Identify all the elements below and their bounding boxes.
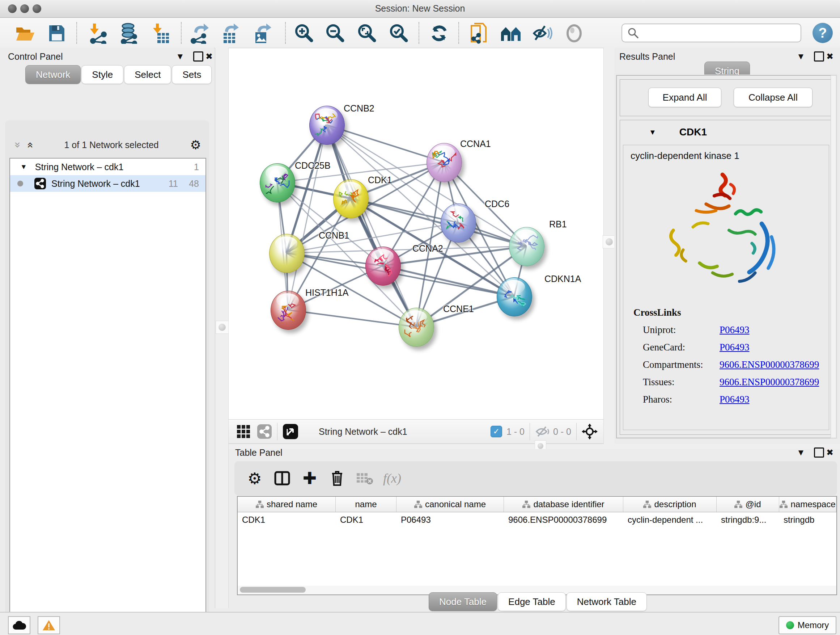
crosslink-link[interactable]: 9606.ENSP00000378699	[720, 359, 819, 370]
table-cell[interactable]: 9606.ENSP00000378699	[504, 512, 623, 528]
results-panel-menu-caret[interactable]: ▼	[797, 52, 805, 61]
collapse-all-button[interactable]: Collapse All	[734, 88, 813, 107]
crosslink-link[interactable]: P06493	[720, 342, 750, 353]
section-collapse-caret[interactable]: ▼	[649, 128, 656, 136]
zoom-in-button[interactable]	[293, 23, 316, 44]
right-splitter-handle[interactable]	[603, 235, 616, 249]
left-splitter[interactable]	[215, 48, 229, 608]
open-session-button[interactable]	[14, 23, 36, 44]
network-overview-button[interactable]	[500, 23, 522, 44]
collapse-all-networks-icon[interactable]: »	[11, 141, 24, 148]
expand-all-networks-icon[interactable]: »	[23, 141, 36, 148]
tab-sets[interactable]: Sets	[172, 65, 212, 84]
left-splitter-handle[interactable]	[216, 321, 229, 334]
tree-expand-caret[interactable]: ▼	[20, 163, 27, 171]
zoom-out-button[interactable]	[324, 23, 347, 44]
network-node-CDC25B[interactable]	[260, 163, 295, 203]
import-table-icon	[151, 23, 171, 44]
column-header-canonical-name[interactable]: canonical name	[396, 497, 504, 512]
annotation-share-button[interactable]	[467, 23, 490, 44]
network-node-CCNB2[interactable]	[309, 106, 345, 145]
column-header-description[interactable]: description	[623, 497, 717, 512]
network-edge[interactable]	[327, 125, 444, 162]
expand-all-button[interactable]: Expand All	[648, 88, 722, 107]
crosslink-link[interactable]: 9606.ENSP00000378699	[720, 377, 819, 387]
column-header-namespace[interactable]: namespace	[779, 497, 836, 512]
tab-node-table[interactable]: Node Table	[429, 592, 497, 611]
network-node-CDK1[interactable]	[333, 179, 369, 218]
results-scrollbar-track[interactable]	[831, 75, 836, 438]
table-cell[interactable]: CDK1	[238, 512, 336, 528]
inspector-eye-button[interactable]	[563, 23, 585, 44]
network-canvas[interactable]: CCNB2CCNA1CDC25BCDK1CDC6RB1CCNB1CCNA2CDK…	[229, 48, 603, 419]
control-panel-float-button[interactable]	[193, 51, 203, 62]
bottom-splitter[interactable]	[229, 444, 840, 449]
results-panel-close-button[interactable]: ✖	[826, 52, 834, 61]
tab-network[interactable]: Network	[25, 65, 81, 84]
warnings-button[interactable]	[38, 616, 60, 634]
hide-show-button[interactable]	[531, 23, 554, 44]
tab-select[interactable]: Select	[124, 65, 171, 84]
table-row[interactable]: CDK1CDK1P064939606.ENSP00000378699cyclin…	[238, 512, 836, 528]
detach-view-icon[interactable]	[283, 424, 298, 440]
refresh-button[interactable]	[428, 23, 450, 44]
network-node-CCNE1[interactable]	[399, 308, 434, 347]
table-options-gear-icon[interactable]: ⚙	[241, 469, 268, 488]
right-splitter[interactable]	[603, 48, 615, 444]
show-columns-icon[interactable]	[268, 470, 296, 486]
search-field[interactable]	[622, 24, 801, 42]
network-edge[interactable]	[288, 310, 416, 327]
table-panel-menu-caret[interactable]: ▼	[797, 448, 805, 457]
control-panel-menu-caret[interactable]: ▼	[176, 52, 185, 61]
export-network-button[interactable]	[188, 23, 210, 44]
crosslink-link[interactable]: P06493	[720, 325, 750, 335]
column-header-name[interactable]: name	[336, 497, 396, 512]
network-node-RB1[interactable]	[509, 227, 545, 266]
import-table-button[interactable]	[149, 23, 172, 44]
delete-column-icon[interactable]	[324, 470, 351, 486]
grid-view-icon[interactable]	[237, 424, 250, 439]
table-hscrollbar-thumb[interactable]	[240, 587, 306, 593]
network-node-CDKN1A[interactable]	[497, 277, 532, 317]
network-node-CCNB1[interactable]	[269, 234, 305, 273]
help-button[interactable]: ?	[813, 23, 833, 43]
add-column-icon[interactable]: ✚	[296, 469, 324, 488]
column-header-shared-name[interactable]: shared name	[238, 497, 336, 512]
import-network-button[interactable]	[87, 23, 109, 44]
table-panel-float-button[interactable]	[814, 448, 824, 458]
save-session-button[interactable]	[46, 23, 68, 44]
network-collection-row[interactable]: ▼ String Network – cdk1 1	[10, 158, 205, 175]
zoom-selected-button[interactable]	[388, 23, 410, 44]
column-header-@id[interactable]: @id	[717, 497, 779, 512]
crosslink-link[interactable]: P06493	[720, 394, 750, 405]
birdseye-crosshair-icon[interactable]	[582, 424, 598, 440]
table-cell[interactable]: CDK1	[336, 512, 396, 528]
table-cell[interactable]: stringdb	[779, 512, 836, 528]
export-image-button[interactable]	[251, 23, 273, 44]
column-header-database-identifier[interactable]: database identifier	[504, 497, 623, 512]
tab-network-table[interactable]: Network Table	[567, 592, 647, 611]
network-node-CCNA1[interactable]	[426, 143, 462, 182]
table-cell[interactable]: stringdb:9...	[717, 512, 779, 528]
tab-edge-table[interactable]: Edge Table	[498, 592, 566, 611]
network-badge-icon[interactable]	[257, 424, 272, 439]
network-node-CDC6[interactable]	[441, 203, 476, 242]
selected-checkbox-icon[interactable]: ✓	[491, 426, 502, 437]
memory-button[interactable]: Memory	[778, 616, 836, 634]
table-panel-close-button[interactable]: ✖	[826, 448, 834, 457]
zoom-fit-button[interactable]	[356, 23, 378, 44]
tab-style[interactable]: Style	[81, 65, 123, 84]
network-node-HIST1H1A[interactable]	[271, 291, 306, 330]
export-table-button[interactable]	[219, 23, 242, 44]
protein-section-header[interactable]: ▼ CDK1	[620, 120, 832, 144]
cloud-status-button[interactable]	[8, 616, 30, 634]
network-row-selected[interactable]: String Network – cdk1 11 48	[10, 175, 205, 192]
control-panel-close-button[interactable]: ✖	[205, 52, 213, 61]
table-cell[interactable]: P06493	[396, 512, 504, 528]
results-panel-float-button[interactable]	[814, 51, 824, 62]
network-node-CCNA2[interactable]	[365, 247, 401, 286]
table-cell[interactable]: cyclin-dependent ...	[623, 512, 717, 528]
search-input[interactable]	[639, 27, 792, 38]
network-list-options-gear-icon[interactable]: ⚙	[190, 138, 201, 152]
import-network-from-database-button[interactable]	[117, 23, 140, 44]
